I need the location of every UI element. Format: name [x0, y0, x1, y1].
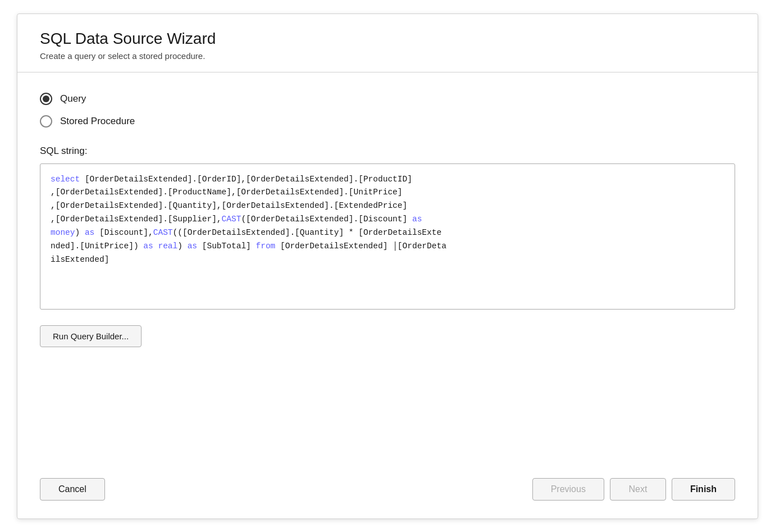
radio-option-stored-procedure[interactable]: Stored Procedure	[40, 115, 735, 128]
radio-query-input[interactable]	[40, 93, 52, 105]
dialog-title: SQL Data Source Wizard	[40, 30, 735, 48]
sql-wizard-dialog: SQL Data Source Wizard Create a query or…	[17, 13, 758, 519]
radio-query-label: Query	[60, 93, 86, 104]
finish-button[interactable]: Finish	[672, 478, 735, 501]
dialog-subtitle: Create a query or select a stored proced…	[40, 51, 735, 61]
next-button[interactable]: Next	[610, 478, 666, 501]
radio-option-query[interactable]: Query	[40, 93, 735, 105]
dialog-header: SQL Data Source Wizard Create a query or…	[17, 14, 758, 72]
sql-string-label: SQL string:	[40, 145, 735, 157]
radio-group: Query Stored Procedure	[40, 93, 735, 128]
radio-stored-procedure-input[interactable]	[40, 115, 52, 128]
footer-left: Cancel	[40, 478, 105, 501]
dialog-body: Query Stored Procedure SQL string: selec…	[17, 72, 758, 467]
sql-textarea[interactable]: select [OrderDetailsExtended].[OrderID],…	[40, 163, 735, 310]
radio-stored-procedure-label: Stored Procedure	[60, 116, 135, 127]
previous-button[interactable]: Previous	[532, 478, 604, 501]
footer-right: Previous Next Finish	[532, 478, 735, 501]
run-query-builder-button[interactable]: Run Query Builder...	[40, 325, 142, 347]
dialog-footer: Cancel Previous Next Finish	[17, 467, 758, 519]
cancel-button[interactable]: Cancel	[40, 478, 105, 501]
